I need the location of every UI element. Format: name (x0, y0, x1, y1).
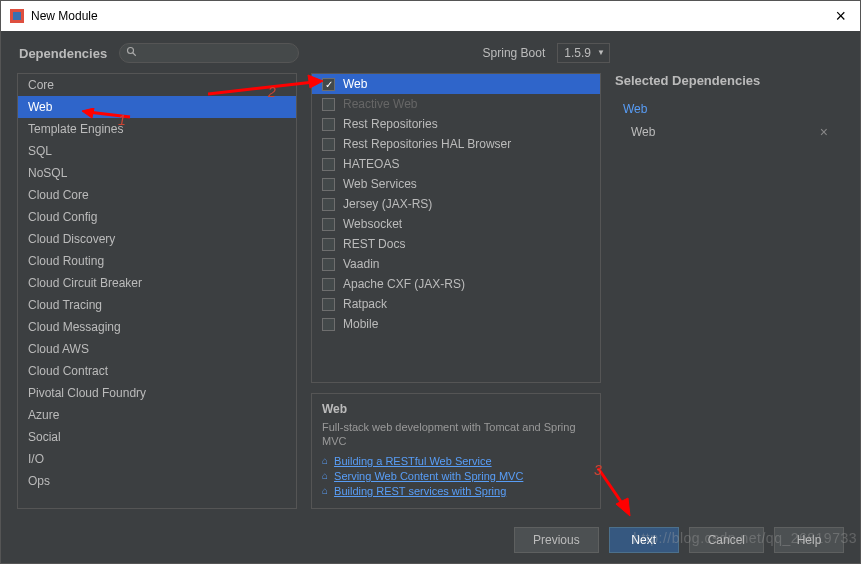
home-icon: ⌂ (322, 455, 328, 466)
spring-boot-label: Spring Boot (483, 46, 546, 60)
next-button[interactable]: Next (609, 527, 679, 553)
category-item[interactable]: Cloud Discovery (18, 228, 296, 250)
guide-anchor[interactable]: Building a RESTful Web Service (334, 455, 492, 467)
guide-anchor[interactable]: Building REST services with Spring (334, 485, 506, 497)
remove-icon[interactable]: × (820, 124, 828, 140)
svg-point-2 (128, 47, 134, 53)
category-item[interactable]: Cloud Config (18, 206, 296, 228)
category-item[interactable]: Ops (18, 470, 296, 492)
selected-dependencies-header: Selected Dependencies (615, 73, 844, 98)
dependency-label: Web (343, 77, 367, 91)
checkbox-icon[interactable] (322, 238, 335, 251)
selected-item: Web× (615, 120, 844, 144)
category-item[interactable]: Cloud Contract (18, 360, 296, 382)
category-item[interactable]: SQL (18, 140, 296, 162)
dependency-item[interactable]: Rest Repositories (312, 114, 600, 134)
dependency-label: Mobile (343, 317, 378, 331)
dependency-item[interactable]: Web Services (312, 174, 600, 194)
category-item[interactable]: Azure (18, 404, 296, 426)
cancel-button[interactable]: Cancel (689, 527, 764, 553)
category-item[interactable]: I/O (18, 448, 296, 470)
version-value: 1.5.9 (564, 46, 591, 60)
help-button[interactable]: Help (774, 527, 844, 553)
dependency-item[interactable]: Apache CXF (JAX-RS) (312, 274, 600, 294)
checkbox-icon[interactable] (322, 278, 335, 291)
checkbox-icon[interactable] (322, 158, 335, 171)
category-list[interactable]: CoreWebTemplate EnginesSQLNoSQLCloud Cor… (17, 73, 297, 509)
category-item[interactable]: Cloud AWS (18, 338, 296, 360)
category-item[interactable]: Cloud Messaging (18, 316, 296, 338)
home-icon: ⌂ (322, 470, 328, 481)
category-item[interactable]: Template Engines (18, 118, 296, 140)
checkbox-icon[interactable] (322, 318, 335, 331)
dependency-label: Rest Repositories HAL Browser (343, 137, 511, 151)
dependency-item[interactable]: Mobile (312, 314, 600, 334)
guide-anchor[interactable]: Serving Web Content with Spring MVC (334, 470, 523, 482)
category-item[interactable]: Pivotal Cloud Foundry (18, 382, 296, 404)
svg-line-3 (133, 52, 136, 55)
dependency-label: REST Docs (343, 237, 405, 251)
category-item[interactable]: Cloud Circuit Breaker (18, 272, 296, 294)
dependency-item[interactable]: Vaadin (312, 254, 600, 274)
guide-link: ⌂Building a RESTful Web Service (322, 455, 590, 467)
category-item[interactable]: Social (18, 426, 296, 448)
home-icon: ⌂ (322, 485, 328, 496)
category-item[interactable]: Web (18, 96, 296, 118)
dependency-item[interactable]: Rest Repositories HAL Browser (312, 134, 600, 154)
dependency-label: Jersey (JAX-RS) (343, 197, 432, 211)
dependency-label: Apache CXF (JAX-RS) (343, 277, 465, 291)
guide-link: ⌂Building REST services with Spring (322, 485, 590, 497)
dependency-list[interactable]: WebReactive WebRest RepositoriesRest Rep… (311, 73, 601, 383)
dependency-item[interactable]: Jersey (JAX-RS) (312, 194, 600, 214)
checkbox-icon[interactable] (322, 138, 335, 151)
checkbox-icon[interactable] (322, 118, 335, 131)
dependency-label: HATEOAS (343, 157, 399, 171)
guide-link: ⌂Serving Web Content with Spring MVC (322, 470, 590, 482)
checkbox-icon[interactable] (322, 78, 335, 91)
dependency-label: Vaadin (343, 257, 379, 271)
search-icon (126, 46, 138, 61)
checkbox-icon[interactable] (322, 178, 335, 191)
svg-rect-1 (13, 12, 21, 20)
dependency-label: Reactive Web (343, 97, 417, 111)
dependency-label: Rest Repositories (343, 117, 438, 131)
dependency-item[interactable]: Reactive Web (312, 94, 600, 114)
app-icon (9, 8, 25, 24)
selected-item-label: Web (631, 125, 655, 139)
window-title: New Module (31, 9, 98, 23)
dependencies-label: Dependencies (19, 46, 107, 61)
checkbox-icon[interactable] (322, 258, 335, 271)
checkbox-icon[interactable] (322, 198, 335, 211)
button-row: Previous Next Cancel Help (1, 517, 860, 563)
category-item[interactable]: Core (18, 74, 296, 96)
category-item[interactable]: Cloud Routing (18, 250, 296, 272)
dependency-item[interactable]: REST Docs (312, 234, 600, 254)
dependency-label: Ratpack (343, 297, 387, 311)
previous-button[interactable]: Previous (514, 527, 599, 553)
search-input[interactable] (119, 43, 299, 63)
checkbox-icon[interactable] (322, 98, 335, 111)
category-item[interactable]: Cloud Core (18, 184, 296, 206)
checkbox-icon[interactable] (322, 218, 335, 231)
dependency-label: Websocket (343, 217, 402, 231)
dependency-detail: Web Full-stack web development with Tomc… (311, 393, 601, 509)
category-item[interactable]: Cloud Tracing (18, 294, 296, 316)
checkbox-icon[interactable] (322, 298, 335, 311)
title-bar: New Module × (1, 1, 860, 31)
dependency-item[interactable]: Web (312, 74, 600, 94)
category-item[interactable]: NoSQL (18, 162, 296, 184)
version-select[interactable]: 1.5.9 (557, 43, 610, 63)
close-icon[interactable]: × (829, 6, 852, 27)
dependency-label: Web Services (343, 177, 417, 191)
selected-category: Web (615, 98, 844, 120)
detail-description: Full-stack web development with Tomcat a… (322, 420, 590, 449)
dependency-item[interactable]: HATEOAS (312, 154, 600, 174)
dependency-item[interactable]: Websocket (312, 214, 600, 234)
detail-title: Web (322, 402, 590, 416)
dependency-item[interactable]: Ratpack (312, 294, 600, 314)
